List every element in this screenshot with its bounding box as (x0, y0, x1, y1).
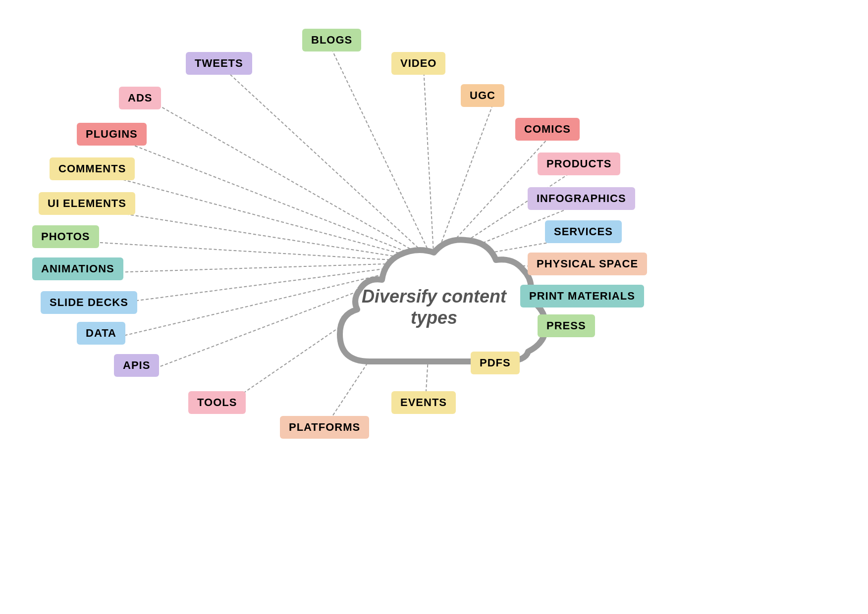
node-ugc: UGC (461, 84, 504, 107)
node-comments: COMMENTS (50, 157, 135, 180)
node-ads: ADS (119, 87, 161, 109)
node-tools: TOOLS (188, 391, 246, 414)
node-ui-elements: UI ELEMENTS (39, 192, 135, 215)
node-tweets: TWEETS (186, 52, 252, 75)
node-infographics: INFOGRAPHICS (528, 187, 635, 210)
node-services: SERVICES (545, 220, 622, 243)
node-plugins: PLUGINS (77, 123, 147, 146)
node-platforms: PLATFORMS (280, 416, 369, 439)
node-animations: ANIMATIONS (32, 257, 123, 280)
node-products: PRODUCTS (538, 153, 620, 175)
node-blogs: BLOGS (302, 29, 361, 51)
mind-map-diagram: Diversify content types BLOGSTWEETSVIDEO… (0, 0, 868, 614)
node-video: VIDEO (391, 52, 445, 75)
node-physical-space: PHYSICAL SPACE (528, 253, 647, 275)
node-comics: COMICS (515, 118, 580, 141)
node-events: EVENTS (391, 391, 456, 414)
node-print-materials: PRINT MATERIALS (520, 285, 644, 307)
node-data: DATA (77, 322, 125, 345)
center-label: Diversify content types (355, 286, 513, 328)
node-slide-decks: SLIDE DECKS (41, 291, 137, 314)
node-photos: PHOTOS (32, 225, 99, 248)
node-apis: APIS (114, 354, 159, 377)
node-press: PRESS (538, 314, 595, 337)
node-pdfs: PDFS (471, 352, 520, 374)
